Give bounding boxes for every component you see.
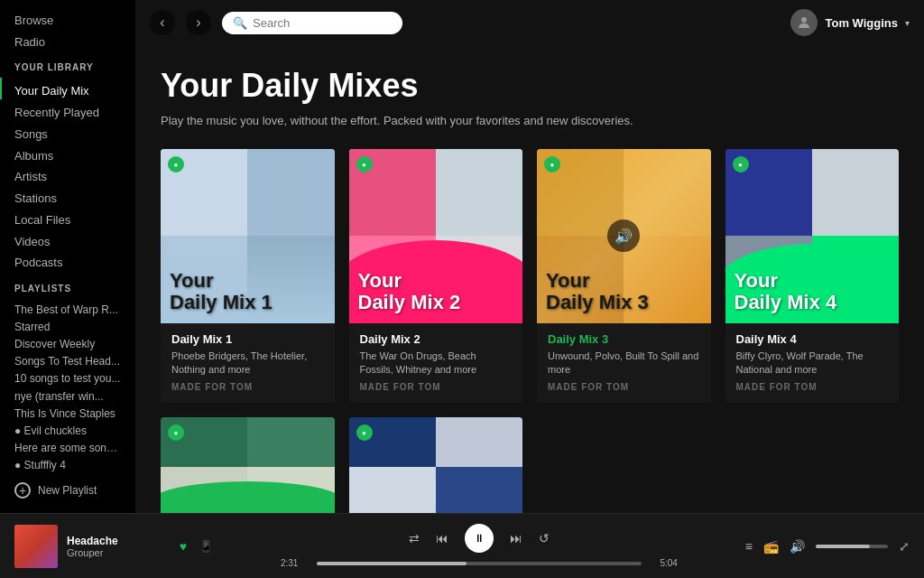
queue-button[interactable]: ≡ <box>745 539 753 554</box>
mix-4-label: YourDaily Mix 4 <box>735 270 837 313</box>
sidebar-item-stations[interactable]: Stations <box>0 185 135 207</box>
page-title: Your Daily Mixes <box>161 67 899 105</box>
mix-3-made-for: MADE FOR TOM <box>548 382 700 392</box>
volume-bar[interactable] <box>816 545 888 548</box>
sidebar-playlist-stufffiy[interactable]: ● Stufffiy 4 <box>0 454 135 471</box>
player-bar: Headache Grouper ♥ 📱 ⇄ ⏮ ⏸ ⏭ ↺ 2:31 5:04… <box>0 513 924 578</box>
repeat-button[interactable]: ↺ <box>539 531 550 545</box>
sidebar-item-artists[interactable]: Artists <box>0 163 135 185</box>
mix-card-3[interactable]: ● 🔊 YourDaily Mix 3 Daily Mix 3 Unwound,… <box>537 149 711 403</box>
mixes-grid: ● YourDaily Mix 1 Daily Mix 1 Phoebe Bri… <box>161 149 899 403</box>
player-right: ≡ 📻 🔊 ⤢ <box>745 539 910 554</box>
sidebar-item-your-daily-mix[interactable]: Your Daily Mix <box>0 78 135 99</box>
mix-3-info: Daily Mix 3 Unwound, Polvo, Built To Spi… <box>537 323 711 404</box>
shuffle-button[interactable]: ⇄ <box>409 531 420 545</box>
play-pause-button[interactable]: ⏸ <box>465 524 494 553</box>
mix-card-5[interactable]: ● <box>161 417 335 513</box>
track-info: Headache Grouper <box>67 535 163 558</box>
sidebar-item-local-files[interactable]: Local Files <box>0 207 135 228</box>
forward-button[interactable]: › <box>186 10 211 35</box>
new-playlist-button[interactable]: + New Playlist <box>0 475 135 506</box>
mix-2-info: Daily Mix 2 The War On Drugs, Beach Foss… <box>349 323 523 404</box>
search-icon: 🔍 <box>233 16 247 30</box>
fullscreen-button[interactable]: ⤢ <box>899 539 910 554</box>
mix-2-made-for: MADE FOR TOM <box>360 382 513 392</box>
playing-icon: 🔊 <box>607 219 640 252</box>
sidebar-playlist-here-are-some[interactable]: Here are some song... <box>0 437 135 454</box>
sidebar-item-recently-played[interactable]: Recently Played <box>0 99 135 121</box>
heart-icon[interactable]: ♥ <box>180 539 187 554</box>
chevron-down-icon[interactable]: ▾ <box>905 18 910 28</box>
spotify-icon-4: ● <box>733 156 749 172</box>
spotify-icon-1: ● <box>168 156 184 172</box>
sidebar-playlist-starred[interactable]: Starred <box>0 316 135 333</box>
spotify-icon-3: ● <box>544 156 560 172</box>
mix-4-artists: Biffy Clyro, Wolf Parade, The National a… <box>736 350 889 378</box>
search-bar[interactable]: 🔍 <box>222 12 402 34</box>
sidebar-item-videos[interactable]: Videos <box>0 228 135 250</box>
spotify-icon-2: ● <box>356 156 373 172</box>
sidebar-item-browse[interactable]: Browse <box>0 7 135 29</box>
progress-bar[interactable] <box>317 562 642 565</box>
player-track: Headache Grouper ♥ 📱 <box>14 525 213 568</box>
sidebar-playlist-best-warp[interactable]: The Best of Warp R... <box>0 299 135 316</box>
progress-fill <box>317 562 467 565</box>
progress-row: 2:31 5:04 <box>281 558 678 568</box>
mix-card-6[interactable]: ● <box>349 417 523 513</box>
sidebar-playlists-title: PLAYLISTS <box>0 271 135 299</box>
sidebar-playlist-discover-weekly[interactable]: Discover Weekly <box>0 333 135 350</box>
sidebar-item-radio[interactable]: Radio <box>0 29 135 51</box>
volume-button[interactable]: 🔊 <box>790 539 805 554</box>
mix-card-4[interactable]: ● YourDaily Mix 4 Daily Mix 4 Biffy Clyr… <box>725 149 900 403</box>
track-artist: Grouper <box>67 547 163 558</box>
content-area: Your Daily Mixes Play the music you love… <box>135 45 924 513</box>
mix-2-artists: The War On Drugs, Beach Fossils, Whitney… <box>360 350 513 378</box>
time-current: 2:31 <box>281 558 310 568</box>
mix-4-info: Daily Mix 4 Biffy Clyro, Wolf Parade, Th… <box>725 323 900 404</box>
mix-card-1[interactable]: ● YourDaily Mix 1 Daily Mix 1 Phoebe Bri… <box>161 149 335 403</box>
volume-fill <box>816 545 870 548</box>
mix-1-label: YourDaily Mix 1 <box>170 270 273 313</box>
mix-1-made-for: MADE FOR TOM <box>171 382 324 392</box>
mix-cover-3: ● 🔊 YourDaily Mix 3 <box>537 149 711 323</box>
search-input[interactable] <box>253 16 379 30</box>
mix-4-made-for: MADE FOR TOM <box>736 382 889 392</box>
next-button[interactable]: ⏭ <box>510 531 522 545</box>
mix-card-2[interactable]: ● YourDaily Mix 2 Daily Mix 2 The War On… <box>349 149 523 403</box>
sidebar-playlist-10-songs[interactable]: 10 songs to test you... <box>0 368 135 385</box>
sidebar-playlist-evil-chuckles[interactable]: ● Evil chuckles <box>0 420 135 437</box>
mix-4-title: Daily Mix 4 <box>736 332 889 346</box>
sidebar-item-podcasts[interactable]: Podcasts <box>0 249 135 271</box>
mix-1-title: Daily Mix 1 <box>171 332 324 346</box>
mix-3-title: Daily Mix 3 <box>548 332 700 346</box>
player-controls: ⇄ ⏮ ⏸ ⏭ ↺ 2:31 5:04 <box>213 524 745 568</box>
mix-3-label: YourDaily Mix 3 <box>546 270 649 313</box>
mix-cover-6: ● <box>349 417 523 513</box>
sidebar-item-albums[interactable]: Albums <box>0 143 135 164</box>
mix-1-info: Daily Mix 1 Phoebe Bridgers, The Hotelie… <box>161 323 335 404</box>
back-button[interactable]: ‹ <box>150 10 175 35</box>
main-area: ‹ › 🔍 Tom Wiggins ▾ Your Daily Mixes Pla… <box>135 0 924 513</box>
sidebar: Browse Radio YOUR LIBRARY Your Daily Mix… <box>0 0 135 513</box>
mix-1-artists: Phoebe Bridgers, The Hotelier, Nothing a… <box>171 350 324 378</box>
topbar-right: Tom Wiggins ▾ <box>790 9 910 36</box>
devices-icon[interactable]: 📱 <box>199 540 213 553</box>
mix-cover-5: ● <box>161 417 335 513</box>
sidebar-playlist-vince-staples[interactable]: This Is Vince Staples <box>0 403 135 420</box>
sidebar-library-title: YOUR LIBRARY <box>0 50 135 78</box>
controls-buttons: ⇄ ⏮ ⏸ ⏭ ↺ <box>409 524 550 553</box>
track-name: Headache <box>67 535 163 547</box>
spotify-icon-6: ● <box>356 424 373 441</box>
topbar: ‹ › 🔍 Tom Wiggins ▾ <box>135 0 924 45</box>
page-subtitle: Play the music you love, without the eff… <box>161 114 899 127</box>
mix-3-artists: Unwound, Polvo, Built To Spill and more <box>548 350 700 378</box>
avatar <box>790 9 818 36</box>
sidebar-playlist-nye[interactable]: nye (transfer win... <box>0 386 135 403</box>
sidebar-item-songs[interactable]: Songs <box>0 121 135 143</box>
prev-button[interactable]: ⏮ <box>436 531 448 545</box>
devices-button[interactable]: 📻 <box>763 539 779 554</box>
sidebar-playlist-songs-to-test[interactable]: Songs To Test Head... <box>0 350 135 368</box>
mixes-bottom-row: ● ● <box>161 417 899 513</box>
new-playlist-label: New Playlist <box>38 484 97 497</box>
mix-2-label: YourDaily Mix 2 <box>358 270 461 313</box>
